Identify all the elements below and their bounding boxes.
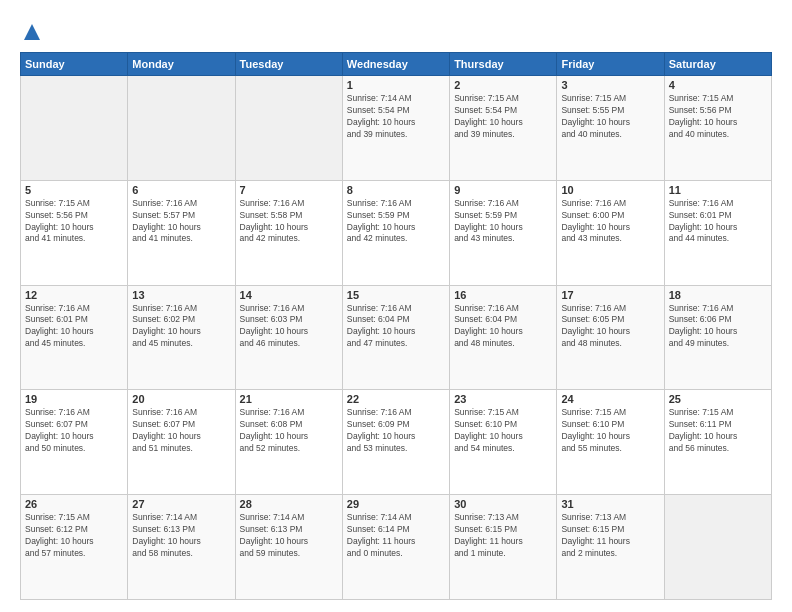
calendar-day-cell: 3Sunrise: 7:15 AM Sunset: 5:55 PM Daylig… bbox=[557, 76, 664, 181]
day-number: 22 bbox=[347, 393, 445, 405]
day-number: 2 bbox=[454, 79, 552, 91]
calendar-day-cell: 24Sunrise: 7:15 AM Sunset: 6:10 PM Dayli… bbox=[557, 390, 664, 495]
calendar-day-cell: 26Sunrise: 7:15 AM Sunset: 6:12 PM Dayli… bbox=[21, 495, 128, 600]
logo-icon bbox=[22, 22, 42, 42]
calendar-day-cell: 7Sunrise: 7:16 AM Sunset: 5:58 PM Daylig… bbox=[235, 180, 342, 285]
calendar-day-cell bbox=[21, 76, 128, 181]
day-number: 12 bbox=[25, 289, 123, 301]
calendar-day-cell: 4Sunrise: 7:15 AM Sunset: 5:56 PM Daylig… bbox=[664, 76, 771, 181]
day-number: 13 bbox=[132, 289, 230, 301]
day-number: 30 bbox=[454, 498, 552, 510]
weekday-header: Friday bbox=[557, 53, 664, 76]
calendar-header-row: SundayMondayTuesdayWednesdayThursdayFrid… bbox=[21, 53, 772, 76]
day-info: Sunrise: 7:14 AM Sunset: 6:13 PM Dayligh… bbox=[132, 512, 230, 560]
calendar-day-cell: 22Sunrise: 7:16 AM Sunset: 6:09 PM Dayli… bbox=[342, 390, 449, 495]
day-info: Sunrise: 7:16 AM Sunset: 6:05 PM Dayligh… bbox=[561, 303, 659, 351]
calendar-day-cell: 21Sunrise: 7:16 AM Sunset: 6:08 PM Dayli… bbox=[235, 390, 342, 495]
calendar-page: SundayMondayTuesdayWednesdayThursdayFrid… bbox=[0, 0, 792, 612]
calendar-week-row: 19Sunrise: 7:16 AM Sunset: 6:07 PM Dayli… bbox=[21, 390, 772, 495]
day-info: Sunrise: 7:15 AM Sunset: 6:11 PM Dayligh… bbox=[669, 407, 767, 455]
calendar-day-cell: 25Sunrise: 7:15 AM Sunset: 6:11 PM Dayli… bbox=[664, 390, 771, 495]
calendar-day-cell: 9Sunrise: 7:16 AM Sunset: 5:59 PM Daylig… bbox=[450, 180, 557, 285]
calendar-day-cell: 19Sunrise: 7:16 AM Sunset: 6:07 PM Dayli… bbox=[21, 390, 128, 495]
day-info: Sunrise: 7:16 AM Sunset: 5:59 PM Dayligh… bbox=[454, 198, 552, 246]
calendar-day-cell bbox=[235, 76, 342, 181]
calendar-day-cell: 10Sunrise: 7:16 AM Sunset: 6:00 PM Dayli… bbox=[557, 180, 664, 285]
day-info: Sunrise: 7:15 AM Sunset: 6:12 PM Dayligh… bbox=[25, 512, 123, 560]
day-number: 1 bbox=[347, 79, 445, 91]
day-number: 31 bbox=[561, 498, 659, 510]
weekday-header: Sunday bbox=[21, 53, 128, 76]
day-info: Sunrise: 7:16 AM Sunset: 5:58 PM Dayligh… bbox=[240, 198, 338, 246]
calendar-day-cell: 20Sunrise: 7:16 AM Sunset: 6:07 PM Dayli… bbox=[128, 390, 235, 495]
calendar-day-cell bbox=[128, 76, 235, 181]
calendar-day-cell: 13Sunrise: 7:16 AM Sunset: 6:02 PM Dayli… bbox=[128, 285, 235, 390]
logo bbox=[20, 22, 42, 42]
day-number: 18 bbox=[669, 289, 767, 301]
day-number: 11 bbox=[669, 184, 767, 196]
calendar-week-row: 12Sunrise: 7:16 AM Sunset: 6:01 PM Dayli… bbox=[21, 285, 772, 390]
calendar-day-cell: 14Sunrise: 7:16 AM Sunset: 6:03 PM Dayli… bbox=[235, 285, 342, 390]
day-info: Sunrise: 7:16 AM Sunset: 6:04 PM Dayligh… bbox=[454, 303, 552, 351]
day-info: Sunrise: 7:16 AM Sunset: 5:59 PM Dayligh… bbox=[347, 198, 445, 246]
calendar-week-row: 1Sunrise: 7:14 AM Sunset: 5:54 PM Daylig… bbox=[21, 76, 772, 181]
day-info: Sunrise: 7:16 AM Sunset: 6:07 PM Dayligh… bbox=[132, 407, 230, 455]
day-number: 9 bbox=[454, 184, 552, 196]
day-number: 14 bbox=[240, 289, 338, 301]
day-number: 6 bbox=[132, 184, 230, 196]
day-info: Sunrise: 7:16 AM Sunset: 5:57 PM Dayligh… bbox=[132, 198, 230, 246]
calendar-day-cell: 16Sunrise: 7:16 AM Sunset: 6:04 PM Dayli… bbox=[450, 285, 557, 390]
calendar-week-row: 26Sunrise: 7:15 AM Sunset: 6:12 PM Dayli… bbox=[21, 495, 772, 600]
day-number: 25 bbox=[669, 393, 767, 405]
day-number: 17 bbox=[561, 289, 659, 301]
day-info: Sunrise: 7:16 AM Sunset: 6:07 PM Dayligh… bbox=[25, 407, 123, 455]
day-info: Sunrise: 7:16 AM Sunset: 6:08 PM Dayligh… bbox=[240, 407, 338, 455]
calendar-day-cell: 17Sunrise: 7:16 AM Sunset: 6:05 PM Dayli… bbox=[557, 285, 664, 390]
calendar-day-cell: 2Sunrise: 7:15 AM Sunset: 5:54 PM Daylig… bbox=[450, 76, 557, 181]
day-info: Sunrise: 7:13 AM Sunset: 6:15 PM Dayligh… bbox=[561, 512, 659, 560]
day-info: Sunrise: 7:16 AM Sunset: 6:04 PM Dayligh… bbox=[347, 303, 445, 351]
day-info: Sunrise: 7:14 AM Sunset: 6:13 PM Dayligh… bbox=[240, 512, 338, 560]
calendar-day-cell: 23Sunrise: 7:15 AM Sunset: 6:10 PM Dayli… bbox=[450, 390, 557, 495]
day-number: 10 bbox=[561, 184, 659, 196]
day-number: 5 bbox=[25, 184, 123, 196]
day-number: 15 bbox=[347, 289, 445, 301]
weekday-header: Monday bbox=[128, 53, 235, 76]
calendar-day-cell: 6Sunrise: 7:16 AM Sunset: 5:57 PM Daylig… bbox=[128, 180, 235, 285]
calendar-day-cell: 5Sunrise: 7:15 AM Sunset: 5:56 PM Daylig… bbox=[21, 180, 128, 285]
day-number: 7 bbox=[240, 184, 338, 196]
day-info: Sunrise: 7:16 AM Sunset: 6:03 PM Dayligh… bbox=[240, 303, 338, 351]
day-info: Sunrise: 7:14 AM Sunset: 6:14 PM Dayligh… bbox=[347, 512, 445, 560]
calendar-day-cell: 29Sunrise: 7:14 AM Sunset: 6:14 PM Dayli… bbox=[342, 495, 449, 600]
day-number: 21 bbox=[240, 393, 338, 405]
calendar-day-cell: 11Sunrise: 7:16 AM Sunset: 6:01 PM Dayli… bbox=[664, 180, 771, 285]
weekday-header: Wednesday bbox=[342, 53, 449, 76]
day-info: Sunrise: 7:16 AM Sunset: 6:01 PM Dayligh… bbox=[25, 303, 123, 351]
calendar-day-cell: 1Sunrise: 7:14 AM Sunset: 5:54 PM Daylig… bbox=[342, 76, 449, 181]
day-info: Sunrise: 7:15 AM Sunset: 5:56 PM Dayligh… bbox=[669, 93, 767, 141]
calendar-table: SundayMondayTuesdayWednesdayThursdayFrid… bbox=[20, 52, 772, 600]
day-number: 29 bbox=[347, 498, 445, 510]
weekday-header: Saturday bbox=[664, 53, 771, 76]
day-number: 8 bbox=[347, 184, 445, 196]
day-info: Sunrise: 7:16 AM Sunset: 6:02 PM Dayligh… bbox=[132, 303, 230, 351]
calendar-day-cell: 27Sunrise: 7:14 AM Sunset: 6:13 PM Dayli… bbox=[128, 495, 235, 600]
day-number: 24 bbox=[561, 393, 659, 405]
calendar-day-cell: 30Sunrise: 7:13 AM Sunset: 6:15 PM Dayli… bbox=[450, 495, 557, 600]
header bbox=[20, 18, 772, 42]
calendar-week-row: 5Sunrise: 7:15 AM Sunset: 5:56 PM Daylig… bbox=[21, 180, 772, 285]
day-number: 19 bbox=[25, 393, 123, 405]
day-info: Sunrise: 7:16 AM Sunset: 6:01 PM Dayligh… bbox=[669, 198, 767, 246]
day-number: 3 bbox=[561, 79, 659, 91]
day-info: Sunrise: 7:15 AM Sunset: 6:10 PM Dayligh… bbox=[454, 407, 552, 455]
day-info: Sunrise: 7:13 AM Sunset: 6:15 PM Dayligh… bbox=[454, 512, 552, 560]
day-info: Sunrise: 7:15 AM Sunset: 6:10 PM Dayligh… bbox=[561, 407, 659, 455]
calendar-day-cell: 31Sunrise: 7:13 AM Sunset: 6:15 PM Dayli… bbox=[557, 495, 664, 600]
day-info: Sunrise: 7:16 AM Sunset: 6:00 PM Dayligh… bbox=[561, 198, 659, 246]
day-info: Sunrise: 7:14 AM Sunset: 5:54 PM Dayligh… bbox=[347, 93, 445, 141]
weekday-header: Thursday bbox=[450, 53, 557, 76]
calendar-day-cell: 15Sunrise: 7:16 AM Sunset: 6:04 PM Dayli… bbox=[342, 285, 449, 390]
day-number: 23 bbox=[454, 393, 552, 405]
day-info: Sunrise: 7:15 AM Sunset: 5:54 PM Dayligh… bbox=[454, 93, 552, 141]
day-info: Sunrise: 7:16 AM Sunset: 6:06 PM Dayligh… bbox=[669, 303, 767, 351]
